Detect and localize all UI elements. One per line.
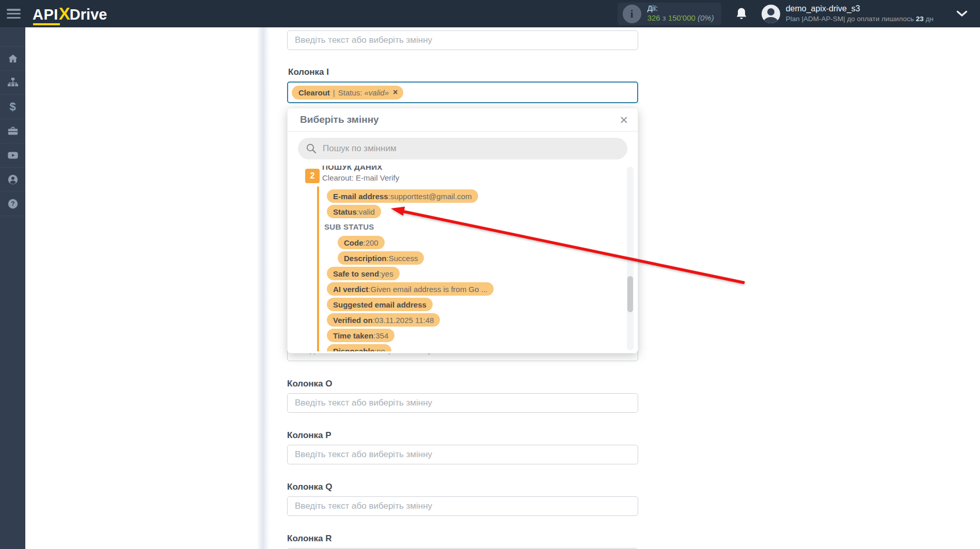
user-menu[interactable]: demo_apix-drive_s3 Plan |ADM-AP-SM| до о… bbox=[786, 4, 934, 23]
logo-api-text: API bbox=[33, 6, 58, 23]
sidebar-item-video-tutorials[interactable] bbox=[0, 143, 25, 168]
svg-text:?: ? bbox=[11, 200, 14, 207]
apixdrive-logo[interactable]: API X Drive bbox=[33, 4, 107, 24]
search-icon bbox=[306, 143, 317, 154]
sidebar-item-services[interactable] bbox=[0, 119, 25, 143]
column-input-top[interactable] bbox=[287, 30, 638, 50]
sidebar-item-billing[interactable]: $ bbox=[0, 95, 25, 119]
sidebar-item-connections[interactable] bbox=[0, 71, 25, 95]
chevron-down-icon[interactable] bbox=[956, 10, 968, 17]
services-briefcase-icon bbox=[7, 125, 19, 137]
video-tutorials-icon bbox=[7, 150, 19, 161]
variable-row: SUB STATUS bbox=[288, 220, 638, 236]
variable-pill[interactable]: Status: valid bbox=[327, 205, 381, 218]
column-label: Колонка O bbox=[287, 379, 638, 389]
variable-pill[interactable]: AI verdict: Given email address is from … bbox=[327, 282, 494, 296]
variable-search bbox=[298, 138, 627, 159]
connections-icon bbox=[7, 77, 19, 88]
panel-divider bbox=[258, 27, 270, 549]
variable-pill[interactable]: Verified on: 03.11.2025 11:48 bbox=[327, 313, 440, 327]
variable-pill[interactable]: E-mail address: supporttest@gmail.com bbox=[327, 189, 478, 203]
column-label: Колонка P bbox=[287, 430, 638, 441]
variable-pill[interactable]: Safe to send: yes bbox=[327, 267, 400, 280]
notifications-bell-icon[interactable] bbox=[735, 7, 748, 21]
variable-row: AI verdict: Given email address is from … bbox=[288, 282, 638, 298]
column-field-group: Колонка O bbox=[287, 379, 638, 430]
column-input[interactable] bbox=[287, 393, 638, 413]
user-name: demo_apix-drive_s3 bbox=[786, 4, 934, 14]
variable-row: Disposable: no bbox=[288, 344, 638, 351]
user-avatar[interactable] bbox=[762, 5, 780, 23]
column-input[interactable] bbox=[287, 496, 638, 516]
variable-pill[interactable]: Suggested email address bbox=[327, 298, 433, 311]
dropdown-scrollbar-track bbox=[627, 167, 634, 350]
variable-row: E-mail address: supporttest@gmail.com bbox=[288, 189, 638, 205]
variable-row: Time taken: 354 bbox=[288, 329, 638, 344]
column-field-group: Колонка P bbox=[287, 430, 638, 482]
avatar-torso-icon bbox=[764, 17, 778, 23]
actions-counter-badge[interactable]: i Дії: 326 з 150'000 (0%) bbox=[618, 3, 721, 25]
user-plan-info: Plan |ADM-AP-SM| до оплати лишилось 23 д… bbox=[786, 14, 934, 24]
actions-counter: 326 з 150'000 (0%) bbox=[647, 13, 714, 23]
group-number-badge: 2 bbox=[305, 169, 320, 183]
variable-row: Safe to send: yes bbox=[288, 267, 638, 282]
variable-group-header: 2 ПОШУК ДАНИХ Clearout: E-mail Verify bbox=[288, 166, 638, 183]
variable-tag[interactable]: Clearout | Status: «valid» × bbox=[292, 86, 403, 100]
dropdown-header: Виберіть змінну ✕ bbox=[288, 108, 638, 132]
avatar-head-icon bbox=[767, 8, 774, 15]
search-input[interactable] bbox=[298, 138, 627, 159]
actions-label: Дії: bbox=[647, 4, 714, 13]
variable-pill[interactable]: Disposable: no bbox=[327, 344, 391, 351]
column-i-label: Колонка I bbox=[288, 67, 329, 77]
variable-row: Code: 200 bbox=[288, 236, 638, 251]
column-field-group: Колонка R bbox=[287, 534, 638, 549]
variable-row: Suggested email address bbox=[288, 298, 638, 313]
column-label: Колонка R bbox=[287, 534, 638, 544]
variables-scroll-area: 2 ПОШУК ДАНИХ Clearout: E-mail Verify E-… bbox=[288, 166, 638, 351]
billing-dollar-icon: $ bbox=[9, 101, 15, 112]
dropdown-scrollbar-thumb[interactable] bbox=[627, 276, 633, 312]
tag-value: «valid» bbox=[364, 88, 389, 97]
extra-columns: Колонка O Колонка P Колонка Q Колонка R bbox=[287, 379, 638, 549]
column-i-field[interactable]: Clearout | Status: «valid» × bbox=[287, 82, 638, 103]
group-subtitle: Clearout: E-mail Verify bbox=[322, 173, 399, 183]
help-icon: ? bbox=[7, 198, 19, 209]
apix-drive-page: API X Drive i Дії: 326 з 150'000 (0%) de… bbox=[0, 0, 980, 549]
sidebar-item-account[interactable] bbox=[0, 168, 25, 192]
variable-pill[interactable]: Time taken: 354 bbox=[327, 329, 394, 342]
info-icon: i bbox=[623, 5, 641, 23]
group-accent-bar bbox=[317, 186, 319, 351]
top-navbar: API X Drive i Дії: 326 з 150'000 (0%) de… bbox=[0, 0, 980, 27]
variable-row: Status: valid bbox=[288, 205, 638, 220]
home-icon bbox=[7, 53, 19, 64]
hamburger-menu-icon[interactable] bbox=[7, 9, 21, 19]
logo-x-text: X bbox=[59, 4, 70, 24]
close-icon[interactable]: ✕ bbox=[619, 115, 628, 125]
tag-source: Clearout bbox=[298, 88, 330, 97]
tag-remove-icon[interactable]: × bbox=[393, 88, 398, 97]
column-label: Колонка Q bbox=[287, 482, 638, 492]
variable-group-heading: SUB STATUS bbox=[324, 220, 374, 234]
variable-row: Description: Success bbox=[288, 251, 638, 267]
left-sidebar: $ bbox=[0, 27, 25, 549]
variable-pill[interactable]: Description: Success bbox=[338, 251, 424, 265]
column-input[interactable] bbox=[287, 445, 638, 464]
column-field-group: Колонка Q bbox=[287, 482, 638, 534]
variable-row: Verified on: 03.11.2025 11:48 bbox=[288, 313, 638, 329]
sidebar-item-home[interactable] bbox=[0, 46, 25, 71]
variables-list: E-mail address: supporttest@gmail.com St… bbox=[288, 189, 638, 351]
group-title: ПОШУК ДАНИХ bbox=[322, 166, 399, 172]
dropdown-title: Виберіть змінну bbox=[300, 114, 379, 125]
account-icon bbox=[7, 174, 19, 185]
sidebar-item-help[interactable]: ? bbox=[0, 192, 25, 216]
logo-drive-text: Drive bbox=[70, 6, 107, 23]
tag-divider: | bbox=[333, 88, 335, 97]
tag-field: Status: bbox=[338, 88, 362, 97]
variable-picker-dropdown: Виберіть змінну ✕ 2 ПОШУК ДАНИХ Clearout… bbox=[287, 108, 638, 353]
variable-pill[interactable]: Code: 200 bbox=[338, 236, 385, 249]
